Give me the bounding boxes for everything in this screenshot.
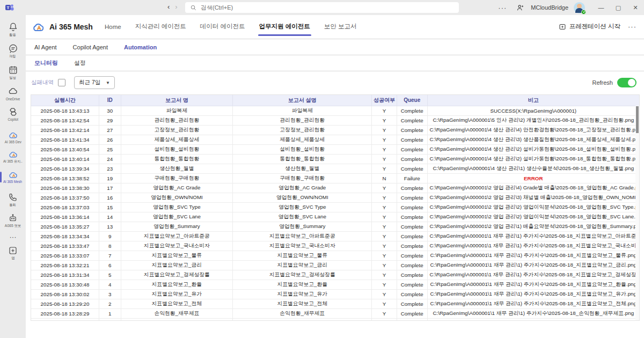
table-cell: 손익현황_재무제표 — [121, 308, 233, 318]
nav-item-security-report[interactable]: 보안 보고서 — [324, 15, 357, 38]
sidebar-item-ai365-mesh[interactable]: AI 365 Mesh — [0, 167, 26, 187]
sidebar-item-ai365-dev[interactable]: AI 365 Dev — [0, 128, 26, 147]
table-cell: Y — [372, 260, 397, 270]
sidebar-item-ai365-ops[interactable]: AI 365 유지.. — [0, 147, 26, 167]
sidebar-item-apps[interactable]: 앱 — [0, 243, 26, 264]
sidebar-item-copilot[interactable]: Copilot — [0, 104, 26, 124]
start-presentation-button[interactable]: 프레젠테이션 시작 — [559, 23, 620, 31]
table-cell: Y — [372, 125, 397, 135]
more-icon: ··· — [10, 234, 17, 240]
column-header: 보고서 명 — [121, 95, 233, 106]
sidebar-item-calls[interactable]: 통화 — [0, 190, 26, 211]
table-cell: 6 — [99, 260, 121, 270]
app-header-more-icon[interactable]: ··· — [628, 23, 636, 31]
fail-history-checkbox[interactable] — [58, 79, 65, 86]
table-cell: 통합현황_통합현황 — [121, 154, 233, 164]
table-cell: 지표별요약보고_유가 — [121, 289, 233, 299]
table-cell: 5 — [99, 270, 121, 280]
sidebar-item-calendar[interactable]: 일정 — [0, 62, 26, 84]
table-cell: 2025-08-18 13:37:50 — [31, 193, 99, 202]
monitoring-tabstrip: 모니터링 설정 — [26, 56, 644, 70]
table-cell: Complete — [397, 299, 427, 308]
table-cell: C:\RpaGenImg\A000001\1 재무 관리\1) 주가지수\202… — [427, 270, 639, 280]
table-cell: Y — [372, 231, 397, 241]
sidebar-item-ai365-chatbot[interactable]: Ai365 챗봇 — [0, 211, 26, 232]
app-header: Ai 365 Mesh Home 지식관리 에이전트 데이터 에이전트 업무지원… — [26, 15, 644, 38]
table-cell: 2025-08-18 13:40:54 — [31, 144, 99, 154]
table-cell: 영업현황_SVC Lane — [121, 212, 233, 222]
table-cell: C:\RpaGenImg\A000001\1 재무 관리\1) 주가지수\202… — [427, 241, 639, 251]
app-nav: Home 지식관리 에이전트 데이터 에이전트 업무지원 에이전트 보안 보고서 — [105, 15, 357, 38]
table-cell: Y — [372, 318, 397, 321]
sidebar-item-activity[interactable]: 활동 — [0, 19, 26, 41]
table-cell: 생산현황_월별 — [233, 164, 372, 173]
refresh-toggle[interactable] — [617, 78, 636, 87]
table-cell: 지표별요약보고_국내소비자 — [121, 241, 233, 251]
chat-icon — [8, 43, 18, 54]
table-cell: 지표별요약보고_국내소비자 — [233, 241, 372, 251]
table-cell: C:\RpaGenImg\A000001\2 영업 관리\1) 매출요약분석\2… — [427, 222, 639, 231]
table-cell: Y — [372, 270, 397, 280]
tab-ai-agent[interactable]: AI Agent — [34, 44, 57, 50]
table-cell: C:\RpaGenImg\A000001\2 영업 관리\4) Grade별 매… — [427, 183, 639, 193]
refresh-label: Refresh — [592, 79, 613, 86]
table-cell: 2025-08-18 13:42:54 — [31, 115, 99, 125]
window-minimize-button[interactable]: — — [592, 0, 610, 15]
table-cell: 2025-08-18 13:38:30 — [31, 183, 99, 193]
table-cell: 2025-08-18 13:29:20 — [31, 299, 99, 308]
table-cell: 14 — [99, 212, 121, 222]
avatar[interactable] — [574, 2, 585, 13]
account-name[interactable]: MCloudBridge — [531, 4, 568, 11]
table-cell: ERROR — [427, 173, 639, 183]
table-scrollbar[interactable] — [635, 106, 639, 320]
table-cell: 제품상세_제품상세 — [233, 135, 372, 144]
table-row: 2025-08-18 13:41:3426제품상세_제품상세제품상세_제품상세Y… — [31, 135, 639, 144]
tab-monitoring[interactable]: 모니터링 — [34, 59, 58, 67]
add-person-icon[interactable] — [516, 4, 524, 12]
table-cell: Complete — [397, 125, 427, 135]
filter-bar: 실패내역 최근 7일 ▼ Refresh — [26, 72, 644, 93]
date-range-select[interactable]: 최근 7일 ▼ — [74, 76, 115, 89]
table-cell: 설비현황_설비현황 — [233, 144, 372, 154]
nav-item-home[interactable]: Home — [105, 15, 121, 38]
titlebar-more-icon[interactable]: ··· — [498, 4, 507, 12]
window-maximize-button[interactable]: ▢ — [610, 0, 627, 15]
table-cell: 지표별요약보고_아파트준공 — [121, 231, 233, 241]
table-cell: Y — [372, 222, 397, 231]
nav-item-knowledge-agent[interactable]: 지식관리 에이전트 — [135, 15, 186, 38]
table-cell: Complete — [397, 135, 427, 144]
nav-item-data-agent[interactable]: 데이터 에이전트 — [200, 15, 245, 38]
table-row: 2025-08-18 13:40:5425설비현황_설비현황설비현황_설비현황Y… — [31, 144, 639, 154]
present-icon — [559, 23, 566, 31]
table-cell: 지표별요약보고_전체 — [233, 299, 372, 308]
copilot-icon — [8, 107, 18, 117]
table-cell: 지표별요약보고_환율 — [121, 280, 233, 289]
tab-automation[interactable]: Automation — [124, 44, 157, 50]
table-cell: C:\RpaGenImg\A000001\4 생산 관리\3) 생산품질현황\2… — [427, 135, 639, 144]
table-cell: Y — [372, 183, 397, 193]
app-title: Ai 365 Mesh — [49, 23, 93, 31]
table-cell: Complete — [397, 115, 427, 125]
table-cell: C:\RpaGenImg\A000001\1 재무 관리\1) 주가지수\202… — [427, 299, 639, 308]
table-row: 2025-08-17 13:42:4530파일복제파일복제YCompleteSU… — [31, 318, 639, 321]
nav-item-worksupport-agent[interactable]: 업무지원 에이전트 — [259, 15, 310, 38]
scrollbar-thumb[interactable] — [636, 106, 639, 133]
search-input[interactable]: 검색(Ctrl+E) — [185, 2, 459, 13]
table-cell: 27 — [99, 125, 121, 135]
history-forward-icon[interactable]: › — [175, 3, 177, 11]
table-cell: 29 — [99, 115, 121, 125]
table-cell: 설비현황_설비현황 — [121, 144, 233, 154]
sidebar-item-chat[interactable]: 채팅 — [0, 41, 26, 62]
tab-settings[interactable]: 설정 — [74, 59, 86, 67]
table-cell: C:\RpaGenImg\A000001\1 재무 관리\1) 주가지수\202… — [427, 289, 639, 299]
table-cell: 관리현황_관리현황 — [121, 115, 233, 125]
tab-copilot-agent[interactable]: Copilot Agent — [73, 44, 108, 50]
table-cell: 파일복제 — [121, 318, 233, 321]
sidebar-item-onedrive[interactable]: OneDrive — [0, 84, 26, 104]
column-header: Queue — [397, 95, 427, 106]
history-back-icon[interactable]: ‹ — [167, 3, 170, 11]
sidebar-more-apps[interactable]: ··· — [0, 232, 26, 243]
table-cell: 손익현황_재무제표 — [233, 308, 372, 318]
window-close-button[interactable]: ✕ — [627, 0, 644, 15]
table-cell: Y — [372, 212, 397, 222]
